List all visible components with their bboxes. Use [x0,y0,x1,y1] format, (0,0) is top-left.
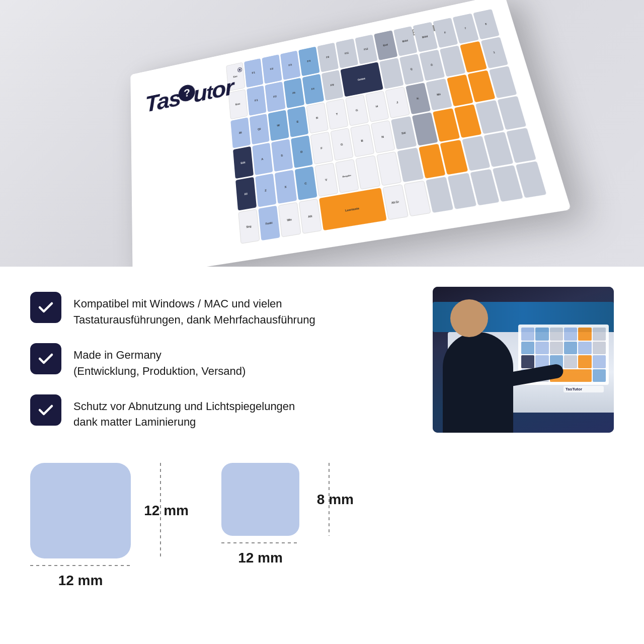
dim-label-vertical-small: 8 mm [317,492,354,508]
production-image: TasTutor [433,287,614,433]
feature-text-1: Kompatibel mit Windows / MAC und vielen … [73,292,315,328]
dim-box-large [30,463,131,558]
info-section: Kompatibel mit Windows / MAC und vielen … [0,267,644,644]
key-grid: Esc F1 F2 F3 F4 F9 F11 F12 Enf Bild Bild… [222,5,553,249]
dim-bottom-small: 12 mm [221,540,299,566]
dim-bottom-large: 12 mm [30,562,131,589]
features-and-image-row: Kompatibel mit Windows / MAC und vielen … [30,287,614,433]
dim-label-vertical-large: 12 mm [144,503,189,519]
dim-label-horizontal-small: 12 mm [221,550,299,566]
keyboard-overlay-card: Tasutor ® BLENDER Esc F1 F2 F3 F4 F9 F11… [130,0,571,267]
dim-small-wrapper: 8 mm [221,463,299,536]
check-icon-1 [30,292,61,323]
features-list: Kompatibel mit Windows / MAC und vielen … [30,287,413,433]
check-icon-3 [30,394,61,426]
feature-text-3: Schutz vor Abnutzung und Lichtspiegelung… [73,394,295,431]
dim-label-horizontal-large: 12 mm [30,573,131,589]
tastutor-label-small: TasTutor [564,386,604,392]
dim-box-small [221,463,299,536]
dimension-small: 8 mm 12 mm [221,463,299,566]
feature-item-3: Schutz vor Abnutzung und Lichtspiegelung… [30,394,413,431]
person-head [450,299,488,337]
person-body [443,332,513,433]
check-icon-2 [30,343,61,374]
dimensions-section: 12 mm 12 mm 8 mm [30,458,614,589]
product-image-section: Tasutor ® BLENDER Esc F1 F2 F3 F4 F9 F11… [0,0,644,267]
feature-item-1: Kompatibel mit Windows / MAC und vielen … [30,292,413,328]
dim-large-wrapper: 12 mm [30,463,131,558]
dimension-large: 12 mm 12 mm [30,463,131,589]
feature-text-2: Made in Germany (Entwicklung, Produktion… [73,343,246,379]
feature-item-2: Made in Germany (Entwicklung, Produktion… [30,343,413,379]
